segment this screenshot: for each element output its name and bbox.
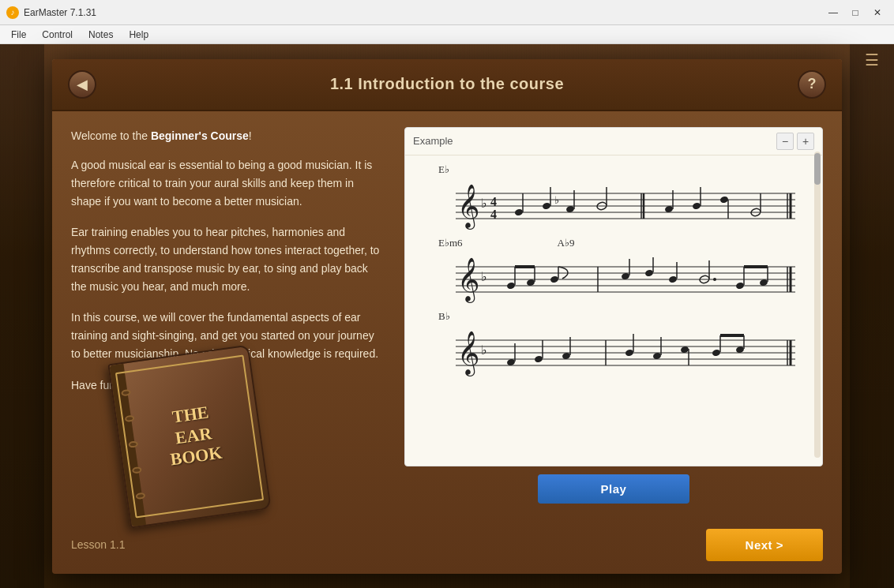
staff-3: 𝄞 ♭	[415, 324, 813, 384]
welcome-end: !	[249, 129, 252, 142]
sheet-music-panel: Example − + E♭	[404, 127, 823, 504]
app-icon: ♪	[6, 6, 19, 19]
staff-2: 𝄞 ♭	[415, 251, 813, 310]
menu-control[interactable]: Control	[34, 28, 81, 42]
maximize-button[interactable]: □	[845, 5, 866, 21]
svg-text:♭: ♭	[481, 270, 487, 283]
zoom-in-button[interactable]: +	[797, 133, 814, 150]
svg-point-11	[542, 201, 551, 209]
modal-overlay: ◀ 1.1 Introduction to the course ? Welco…	[0, 44, 894, 588]
svg-point-42	[550, 275, 559, 283]
play-button[interactable]: Play	[538, 474, 690, 504]
svg-text:♭: ♭	[481, 197, 487, 210]
svg-text:4: 4	[490, 195, 497, 208]
section-2-labels: E♭m6 A♭9	[415, 237, 813, 249]
menu-notes[interactable]: Notes	[81, 28, 121, 42]
welcome-text: Welcome to the	[71, 129, 151, 142]
staff-1: 𝄞 ♭ 4 4 ♭	[415, 178, 813, 237]
menu-file[interactable]: File	[3, 28, 34, 42]
book-image: THEEARBOOK	[107, 344, 271, 528]
book-ring	[128, 440, 138, 448]
menu-help[interactable]: Help	[121, 28, 156, 42]
svg-point-47	[644, 268, 654, 276]
svg-point-75	[625, 348, 634, 356]
svg-text:♭: ♭	[554, 194, 559, 206]
sheet-container: Example − + E♭	[404, 127, 823, 466]
scroll-thumb	[814, 153, 821, 185]
svg-point-53	[713, 278, 716, 281]
minimize-button[interactable]: —	[823, 5, 843, 21]
svg-text:𝄞: 𝄞	[457, 184, 479, 230]
paragraph-1: A good musical ear is essential to being…	[71, 156, 385, 211]
course-name: Beginner's Course	[151, 129, 249, 142]
title-bar-left: ♪ EarMaster 7.1.31	[6, 6, 96, 19]
scroll-indicator	[814, 152, 821, 458]
svg-point-81	[712, 348, 721, 356]
example-label: Example	[413, 135, 453, 147]
svg-point-22	[692, 201, 701, 209]
play-button-wrapper: Play	[404, 474, 823, 504]
book-ring	[132, 466, 142, 474]
sheet-header: Example − +	[405, 128, 822, 155]
back-button[interactable]: ◀	[68, 70, 96, 99]
lesson-label: Lesson 1.1	[71, 538, 126, 551]
svg-point-37	[506, 281, 516, 289]
svg-text:𝄞: 𝄞	[457, 331, 479, 376]
zoom-out-button[interactable]: −	[776, 133, 794, 150]
book-decoration: THEEARBOOK	[118, 354, 276, 511]
svg-point-70	[534, 354, 543, 362]
svg-text:𝄞: 𝄞	[457, 257, 479, 303]
welcome-paragraph: Welcome to the Beginner's Course!	[71, 127, 385, 145]
app-title: EarMaster 7.1.31	[24, 7, 96, 18]
svg-text:♭: ♭	[481, 343, 487, 357]
modal-footer: Lesson 1.1 Next >	[52, 519, 842, 574]
section-1-label: E♭	[415, 163, 813, 176]
svg-point-24	[719, 195, 729, 203]
section-3-label: B♭	[415, 310, 813, 323]
help-button[interactable]: ?	[798, 70, 826, 99]
section-2-label2: A♭9	[558, 237, 575, 249]
zoom-controls: − +	[776, 133, 814, 150]
modal-title: 1.1 Introduction to the course	[96, 75, 798, 93]
title-bar: ♪ EarMaster 7.1.31 — □ ✕	[0, 0, 894, 25]
modal-body: Welcome to the Beginner's Course! A good…	[52, 111, 842, 519]
close-button[interactable]: ✕	[867, 5, 888, 21]
book-ring	[135, 492, 145, 500]
svg-point-54	[735, 281, 745, 289]
next-button[interactable]: Next >	[706, 529, 823, 561]
book-ring	[125, 414, 135, 422]
book-title: THEEARBOOK	[163, 401, 223, 470]
modal-header: ◀ 1.1 Introduction to the course ?	[52, 59, 842, 111]
menu-bar: File Control Notes Help	[0, 25, 894, 44]
section-2-label1: E♭m6	[438, 237, 463, 249]
modal-text-area: Welcome to the Beginner's Course! A good…	[71, 127, 385, 504]
svg-point-9	[514, 208, 524, 215]
paragraph-2: Ear training enables you to hear pitches…	[71, 223, 385, 296]
modal-dialog: ◀ 1.1 Introduction to the course ? Welco…	[52, 59, 842, 574]
svg-text:4: 4	[490, 208, 497, 221]
sheet-music-content: E♭ 𝄞 ♭ 4	[405, 155, 822, 391]
svg-point-49	[668, 275, 678, 283]
title-bar-controls: — □ ✕	[823, 5, 888, 21]
book-ring	[121, 388, 131, 396]
